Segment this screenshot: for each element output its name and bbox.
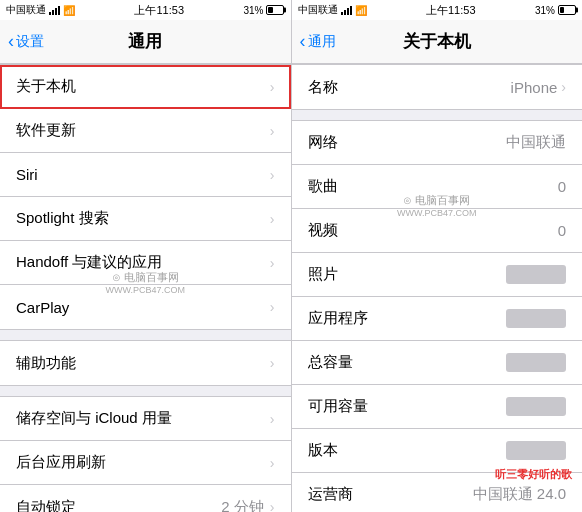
siri-label: Siri — [16, 166, 38, 183]
background-chevron: › — [270, 455, 275, 471]
autolock-value: 2 分钟 — [221, 498, 264, 513]
right-detail-group: 网络 中国联通 歌曲 0 视频 0 照片 ■■■■■ 应用程序 ■■■■■ 总容… — [292, 120, 583, 512]
storage-label: 储存空间与 iCloud 用量 — [16, 409, 172, 428]
right-battery-pct: 31% — [535, 5, 555, 16]
list-item-carplay[interactable]: CarPlay › — [0, 285, 291, 329]
right-back-chevron-icon: ‹ — [300, 32, 306, 50]
signal-icon — [49, 6, 60, 15]
autolock-label: 自动锁定 — [16, 498, 76, 513]
left-content: 关于本机 › 软件更新 › Siri › Spotlight 搜索 › Hand… — [0, 64, 291, 512]
wifi-icon: 📶 — [63, 5, 75, 16]
apps-label: 应用程序 — [308, 309, 368, 328]
name-label: 名称 — [308, 78, 338, 97]
list-item-autolock[interactable]: 自动锁定 2 分钟 › — [0, 485, 291, 512]
detail-row-photos: 照片 ■■■■■ — [292, 253, 583, 297]
left-battery-pct: 31% — [243, 5, 263, 16]
videos-value: 0 — [558, 222, 566, 239]
version-label: 版本 — [308, 441, 338, 460]
left-list-group-2: 辅助功能 › — [0, 340, 291, 386]
software-chevron: › — [270, 123, 275, 139]
carplay-chevron: › — [270, 299, 275, 315]
list-item-accessibility[interactable]: 辅助功能 › — [0, 341, 291, 385]
accessibility-label: 辅助功能 — [16, 354, 76, 373]
software-label: 软件更新 — [16, 121, 76, 140]
right-content: 名称 iPhone › 网络 中国联通 歌曲 0 视频 0 照片 — [292, 64, 583, 512]
capacity-label: 总容量 — [308, 353, 353, 372]
detail-row-capacity: 总容量 ■■■■■ — [292, 341, 583, 385]
storage-chevron: › — [270, 411, 275, 427]
carrier-value: 中国联通 24.0 — [473, 485, 566, 504]
name-value-group: iPhone › — [511, 79, 566, 96]
videos-label: 视频 — [308, 221, 338, 240]
right-name-group: 名称 iPhone › — [292, 64, 583, 110]
left-carrier: 中国联通 — [6, 3, 46, 17]
capacity-value: ■■■■■ — [506, 353, 566, 372]
detail-row-videos: 视频 0 — [292, 209, 583, 253]
right-panel: 中国联通 📶 上午11:53 31% ‹ 通用 关于本机 ⊙ 电脑百事网 WWW… — [292, 0, 583, 512]
spotlight-label: Spotlight 搜索 — [16, 209, 109, 228]
list-item-siri[interactable]: Siri › — [0, 153, 291, 197]
detail-row-carrier: 运营商 中国联通 24.0 — [292, 473, 583, 512]
left-nav-bar: ‹ 设置 通用 — [0, 20, 291, 64]
list-item-about[interactable]: 关于本机 › — [0, 65, 291, 109]
photos-value: ■■■■■ — [506, 265, 566, 284]
songs-value: 0 — [558, 178, 566, 195]
right-status-bar: 中国联通 📶 上午11:53 31% — [292, 0, 583, 20]
name-value: iPhone — [511, 79, 558, 96]
detail-row-songs: 歌曲 0 — [292, 165, 583, 209]
right-back-label: 通用 — [308, 33, 336, 51]
detail-row-apps: 应用程序 ■■■■■ — [292, 297, 583, 341]
right-battery-icon — [558, 5, 576, 15]
detail-row-version: 版本 ■■■■■ — [292, 429, 583, 473]
left-back-button[interactable]: ‹ 设置 — [8, 33, 44, 51]
right-time: 上午11:53 — [426, 3, 476, 18]
list-item-storage[interactable]: 储存空间与 iCloud 用量 › — [0, 397, 291, 441]
list-item-software[interactable]: 软件更新 › — [0, 109, 291, 153]
version-value: ■■■■■ — [506, 441, 566, 460]
network-value: 中国联通 — [506, 133, 566, 152]
right-wifi-icon: 📶 — [355, 5, 367, 16]
right-back-button[interactable]: ‹ 通用 — [300, 33, 336, 51]
songs-label: 歌曲 — [308, 177, 338, 196]
left-list-group: 关于本机 › 软件更新 › Siri › Spotlight 搜索 › Hand… — [0, 64, 291, 330]
photos-label: 照片 — [308, 265, 338, 284]
back-chevron-icon: ‹ — [8, 32, 14, 50]
handoff-label: Handoff 与建议的应用 — [16, 253, 162, 272]
right-signal-icon — [341, 6, 352, 15]
carplay-label: CarPlay — [16, 299, 69, 316]
name-chevron: › — [561, 79, 566, 95]
battery-icon — [266, 5, 284, 15]
left-status-bar: 中国联通 📶 上午11:53 31% — [0, 0, 291, 20]
left-list-group-3: 储存空间与 iCloud 用量 › 后台应用刷新 › 自动锁定 2 分钟 › — [0, 396, 291, 512]
network-label: 网络 — [308, 133, 338, 152]
spotlight-chevron: › — [270, 211, 275, 227]
about-label: 关于本机 — [16, 77, 76, 96]
right-nav-title: 关于本机 — [403, 30, 471, 53]
detail-row-available: 可用容量 ■■■■■ — [292, 385, 583, 429]
list-item-background[interactable]: 后台应用刷新 › — [0, 441, 291, 485]
left-nav-title: 通用 — [128, 30, 162, 53]
left-panel: 中国联通 📶 上午11:53 31% ‹ 设置 通用 ⊙ 电脑百事网 WWW.P… — [0, 0, 291, 512]
available-value: ■■■■■ — [506, 397, 566, 416]
background-label: 后台应用刷新 — [16, 453, 106, 472]
apps-value: ■■■■■ — [506, 309, 566, 328]
detail-row-network: 网络 中国联通 — [292, 121, 583, 165]
left-time: 上午11:53 — [134, 3, 184, 18]
carrier-label: 运营商 — [308, 485, 353, 504]
right-carrier: 中国联通 — [298, 3, 338, 17]
handoff-chevron: › — [270, 255, 275, 271]
siri-chevron: › — [270, 167, 275, 183]
about-chevron: › — [270, 79, 275, 95]
available-label: 可用容量 — [308, 397, 368, 416]
detail-row-name[interactable]: 名称 iPhone › — [292, 65, 583, 109]
list-item-spotlight[interactable]: Spotlight 搜索 › — [0, 197, 291, 241]
autolock-chevron: › — [270, 499, 275, 512]
list-item-handoff[interactable]: Handoff 与建议的应用 › — [0, 241, 291, 285]
right-nav-bar: ‹ 通用 关于本机 — [292, 20, 583, 64]
left-back-label: 设置 — [16, 33, 44, 51]
accessibility-chevron: › — [270, 355, 275, 371]
